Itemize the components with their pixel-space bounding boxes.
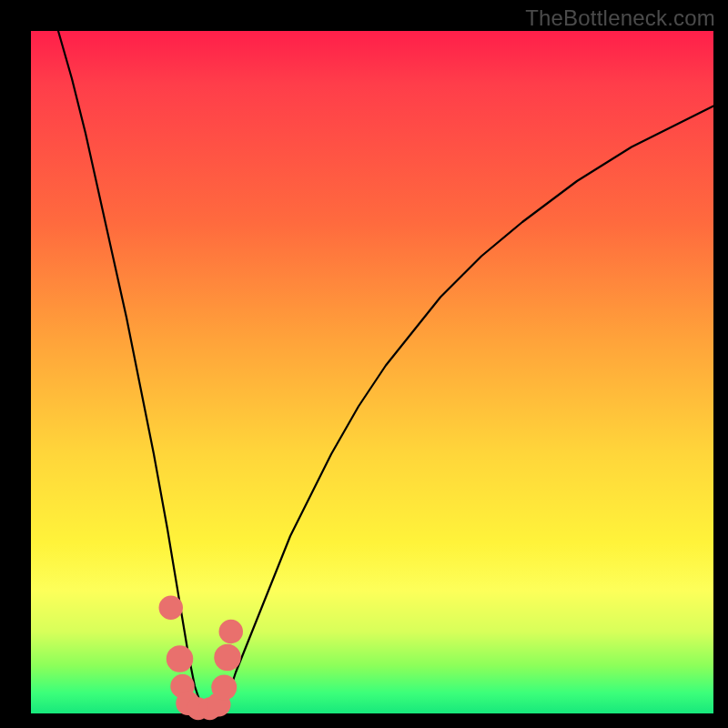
bottleneck-curve — [58, 31, 713, 710]
highlight-point — [214, 644, 241, 672]
highlight-point — [167, 645, 194, 672]
plot-area — [31, 31, 713, 713]
chart-frame: TheBottleneck.com — [0, 0, 728, 728]
watermark-text: TheBottleneck.com — [525, 5, 715, 31]
highlight-point — [219, 620, 244, 644]
chart-svg — [31, 31, 713, 713]
highlight-point — [211, 675, 237, 701]
marker-group — [159, 596, 244, 721]
highlight-point — [159, 596, 184, 621]
